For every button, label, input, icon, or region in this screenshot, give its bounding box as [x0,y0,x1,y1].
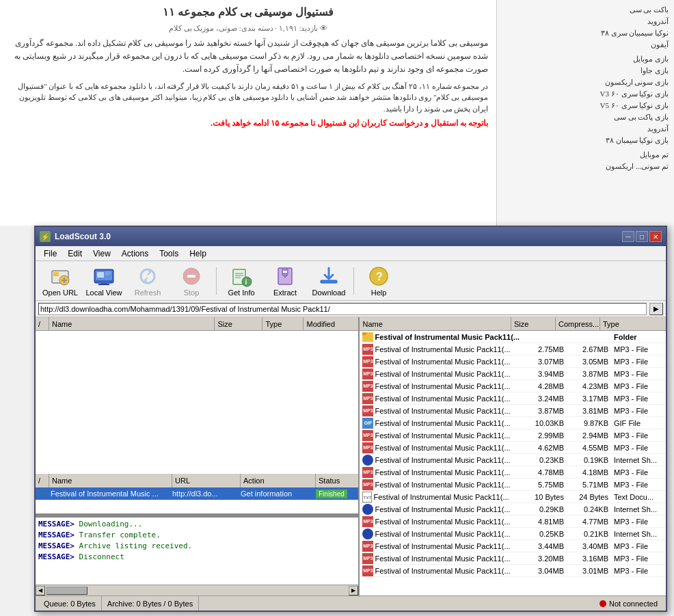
svg-rect-9 [97,272,104,278]
menu-actions[interactable]: Actions [116,247,154,260]
remote-file-name: MP3Festival of Instrumental Music Pack11… [360,356,522,367]
col-modified[interactable]: Modified [304,317,358,330]
remote-file-name: Festival of Instrumental Music Pack11(..… [360,528,522,539]
close-button[interactable]: ✕ [649,231,662,242]
remote-file-type: Internet Sh... [611,530,666,538]
local-view-button[interactable]: Local View [83,264,124,298]
remote-file-name: GIFFestival of Instrumental Music Pack11… [360,418,522,429]
remote-file-row[interactable]: Festival of Instrumental Music Pack11(..… [360,528,666,540]
mp3-icon: MP3 [362,565,373,576]
col-size[interactable]: Size [215,317,262,330]
get-info-label: Get Info [228,289,254,297]
queue-row[interactable]: ✓ Festival of Instrumental Music ... htt… [36,487,358,500]
queue-status: Finished [314,490,358,498]
remote-file-row[interactable]: MP3Festival of Instrumental Music Pack11… [360,540,666,552]
remote-file-row[interactable]: MP3Festival of Instrumental Music Pack11… [360,466,666,479]
remote-file-size: 4.78MB [522,468,567,477]
remote-file-row[interactable]: GIFFestival of Instrumental Music Pack11… [360,417,666,429]
remote-file-name: MP3Festival of Instrumental Music Pack11… [360,541,522,552]
hscroll-thumb[interactable] [46,587,87,595]
remote-file-compressed: 3.16MB [567,554,611,563]
queue-col-check[interactable]: / [36,474,49,487]
address-go-button[interactable]: ▶ [649,303,663,315]
remote-file-row[interactable]: MP3Festival of Instrumental Music Pack11… [360,368,666,380]
remote-file-row[interactable]: MP3Festival of Instrumental Music Pack11… [360,515,666,528]
download-icon [318,265,340,287]
hscroll-right-btn[interactable]: ▶ [349,586,358,595]
toolbar: Open URL Local View [36,261,666,301]
queue-action: Get information [239,490,314,498]
split-area: / Name Size Type Modified / Name URL Act… [36,317,666,595]
remote-file-row[interactable]: MP3Festival of Instrumental Music Pack11… [360,552,666,565]
remote-col-type[interactable]: Type [600,317,655,330]
remote-file-row[interactable]: MP3Festival of Instrumental Music Pack11… [360,405,666,417]
remote-col-name[interactable]: Name [360,317,511,330]
remote-file-row[interactable]: MP3Festival of Instrumental Music Pack11… [360,343,666,356]
queue-col-status[interactable]: Status [316,474,358,487]
remote-list-header: Name Size Compress... Type [360,317,666,331]
open-url-button[interactable]: Open URL [40,264,81,298]
folder-icon [362,332,373,342]
col-name[interactable]: Name [49,317,215,330]
download-button[interactable]: Download [308,264,349,298]
refresh-icon [137,265,159,287]
remote-col-compress[interactable]: Compress... [556,317,600,330]
remote-file-row[interactable]: MP3Festival of Instrumental Music Pack11… [360,380,666,392]
window-title: LoadScout 3.0 [55,232,111,241]
col-slash[interactable]: / [36,317,49,330]
remote-file-row[interactable]: MP3Festival of Instrumental Music Pack11… [360,429,666,442]
hscroll-left-btn[interactable]: ◀ [36,586,45,595]
remote-file-size: 0.23KB [522,456,567,464]
menu-edit[interactable]: Edit [62,247,87,260]
remote-file-name: MP3Festival of Instrumental Music Pack11… [360,553,522,564]
mp3-icon: MP3 [362,467,373,478]
menu-tools[interactable]: Tools [154,247,184,260]
remote-file-row[interactable]: Festival of Instrumental Music Pack11(..… [360,331,666,343]
log-text-2: Transfer complete. [79,531,161,539]
queue-col-name[interactable]: Name [49,474,172,487]
refresh-button[interactable]: Refresh [127,264,168,298]
col-type[interactable]: Type [262,317,304,330]
status-archive: Archive: 0 Bytes / 0 Bytes [102,596,199,611]
web-icon [362,528,373,539]
open-url-icon [49,265,71,287]
help-button[interactable]: ? Help [358,264,399,298]
queue-list: ✓ Festival of Instrumental Music ... htt… [36,487,358,513]
address-input[interactable] [38,303,647,315]
menu-help[interactable]: Help [184,247,212,260]
remote-file-row[interactable]: MP3Festival of Instrumental Music Pack11… [360,565,666,577]
remote-file-size: 3.20MB [522,554,567,563]
svg-rect-23 [283,271,287,273]
minimize-button[interactable]: ─ [622,231,634,242]
svg-rect-8 [98,284,109,285]
get-info-button[interactable]: i Get Info [221,264,262,298]
remote-file-row[interactable]: MP3Festival of Instrumental Music Pack11… [360,356,666,368]
queue-col-url[interactable]: URL [172,474,241,487]
queue-col-action[interactable]: Action [241,474,316,487]
remote-file-row[interactable]: MP3Festival of Instrumental Music Pack11… [360,392,666,405]
remote-file-type: GIF File [611,419,666,427]
remote-file-name: Festival of Instrumental Music Pack11(..… [360,332,522,342]
restore-button[interactable]: □ [636,231,648,242]
log-area: MESSAGE> Downloading... MESSAGE> Transfe… [36,516,358,585]
extract-icon [274,265,296,287]
status-bar: Queue: 0 Bytes Archive: 0 Bytes / 0 Byte… [36,595,666,611]
remote-file-row[interactable]: MP3Festival of Instrumental Music Pack11… [360,442,666,454]
remote-file-name: Festival of Instrumental Music Pack11(..… [360,504,522,515]
remote-file-list[interactable]: Festival of Instrumental Music Pack11(..… [360,331,666,595]
remote-file-name: MP3Festival of Instrumental Music Pack11… [360,393,522,404]
remote-file-row[interactable]: TXTFestival of Instrumental Music Pack11… [360,491,666,503]
remote-file-row[interactable]: MP3Festival of Instrumental Music Pack11… [360,479,666,491]
remote-col-size[interactable]: Size [511,317,556,330]
title-bar: ⚡ LoadScout 3.0 ─ □ ✕ [36,227,666,246]
log-text-4: Disconnect [79,552,124,561]
queue-check: ✓ [36,490,49,498]
stop-button[interactable]: Stop [171,264,212,298]
remote-file-type: MP3 - File [611,431,666,440]
remote-file-row[interactable]: Festival of Instrumental Music Pack11(..… [360,454,666,466]
remote-file-row[interactable]: Festival of Instrumental Music Pack11(..… [360,503,666,515]
extract-button[interactable]: Extract [265,264,306,298]
menu-file[interactable]: File [38,247,62,260]
remote-file-compressed: 4.23MB [567,382,611,390]
menu-view[interactable]: View [87,247,116,260]
